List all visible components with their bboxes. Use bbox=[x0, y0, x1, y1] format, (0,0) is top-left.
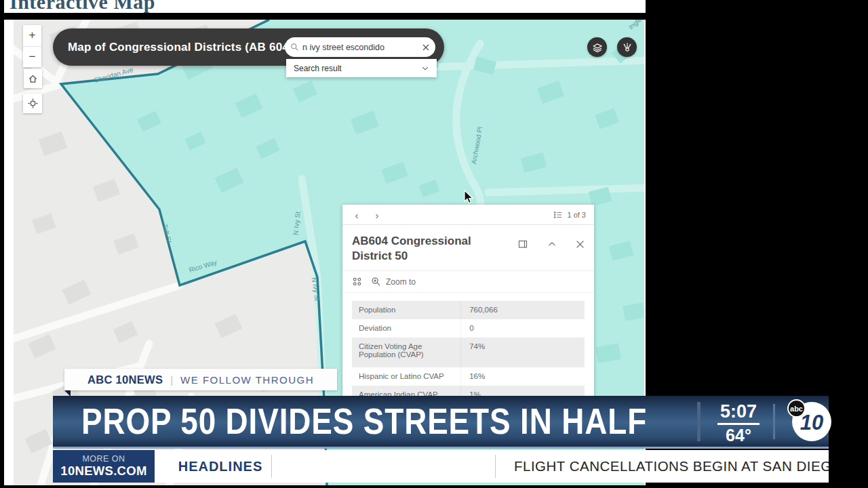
table-row: Citizen Voting Age Population (CVAP) 74% bbox=[352, 338, 585, 367]
attribute-table: Population 760,066 Deviation 0 Citizen V… bbox=[352, 301, 585, 397]
popup-title-row: AB604 Congressional District 50 bbox=[342, 225, 594, 270]
zoom-in-button[interactable]: + bbox=[23, 25, 41, 47]
site-label: 10NEWS.COM bbox=[60, 464, 146, 479]
popup-pagination: 1 of 3 bbox=[567, 211, 586, 219]
page-heading-clip: Interactive Map bbox=[9, 0, 281, 13]
abc-logo-badge: abc bbox=[787, 399, 806, 418]
table-row: Hispanic or Latino CVAP 16% bbox=[352, 367, 585, 386]
zoom-to-button[interactable]: Zoom to bbox=[371, 277, 416, 287]
map-title: Map of Congressional Districts (AB 604) bbox=[53, 41, 293, 54]
mouse-cursor bbox=[464, 190, 475, 205]
page-title: Interactive Map bbox=[9, 0, 281, 13]
letterbox-band bbox=[0, 13, 868, 20]
feature-list-icon[interactable] bbox=[553, 210, 563, 220]
clear-search-icon[interactable] bbox=[422, 43, 430, 52]
locate-button[interactable] bbox=[23, 94, 42, 113]
abc10-logo: 10 abc bbox=[792, 402, 831, 441]
popup-action-bar: Zoom to bbox=[342, 270, 594, 293]
collapse-icon[interactable] bbox=[547, 239, 557, 249]
ticker-section-label: HEADLINES bbox=[173, 450, 268, 483]
clock: 5:07 bbox=[717, 401, 760, 425]
more-on-label: MORE ON bbox=[82, 454, 125, 464]
zoom-controls: + − bbox=[23, 25, 41, 67]
layers-button[interactable] bbox=[587, 37, 607, 57]
news-ticker: MORE ON 10NEWS.COM HEADLINES FLIGHT CANC… bbox=[53, 450, 829, 483]
share-button[interactable] bbox=[617, 37, 637, 57]
table-row: Population 760,066 bbox=[352, 301, 585, 319]
lower-third-banner: PROP 50 DIVIDES STREETS IN HALF 5:07 64°… bbox=[53, 396, 829, 449]
feature-popup: ‹ › 1 of 3 AB604 Congressional District … bbox=[342, 205, 594, 397]
home-extent-button[interactable] bbox=[24, 69, 42, 88]
search-result-label: Search result bbox=[294, 64, 421, 73]
close-popup-icon[interactable] bbox=[576, 240, 585, 249]
ticker-headline: FLIGHT CANCELLATIONS BEGIN AT SAN DIEGO … bbox=[514, 450, 829, 483]
previous-feature-button[interactable]: ‹ bbox=[349, 207, 364, 222]
more-on-box: MORE ON 10NEWS.COM bbox=[53, 450, 155, 483]
temperature: 64° bbox=[708, 426, 769, 445]
next-feature-button[interactable]: › bbox=[370, 207, 384, 222]
station-bug: ABC 10NEWS | WE FOLLOW THROUGH bbox=[64, 369, 337, 390]
popup-nav-bar: ‹ › 1 of 3 bbox=[342, 205, 594, 225]
banner-headline: PROP 50 DIVIDES STREETS IN HALF bbox=[81, 396, 647, 447]
ticker-divider bbox=[495, 455, 496, 478]
search-input[interactable] bbox=[302, 43, 422, 52]
table-row: Deviation 0 bbox=[352, 319, 585, 338]
search-box[interactable] bbox=[285, 37, 435, 57]
layers-icon bbox=[592, 42, 603, 53]
search-result-dropdown[interactable]: Search result bbox=[286, 59, 437, 77]
dock-icon[interactable] bbox=[517, 239, 528, 249]
zoom-to-icon bbox=[371, 277, 381, 287]
banner-divider bbox=[773, 404, 775, 439]
time-temp-block: 5:07 64° bbox=[708, 401, 769, 445]
banner-divider bbox=[697, 402, 701, 441]
chevron-down-icon bbox=[421, 64, 429, 73]
crosshair-icon bbox=[28, 98, 38, 108]
search-icon bbox=[290, 43, 299, 52]
home-icon bbox=[28, 74, 38, 84]
station-tagline: WE FOLLOW THROUGH bbox=[180, 374, 314, 386]
features-grid-icon[interactable] bbox=[352, 277, 362, 287]
station-name: ABC 10NEWS bbox=[87, 373, 163, 386]
popup-title: AB604 Congressional District 50 bbox=[352, 234, 498, 264]
ticker-divider bbox=[271, 455, 272, 478]
share-icon bbox=[622, 42, 633, 53]
bug-divider: | bbox=[170, 374, 173, 386]
zoom-out-button[interactable]: − bbox=[23, 47, 41, 68]
